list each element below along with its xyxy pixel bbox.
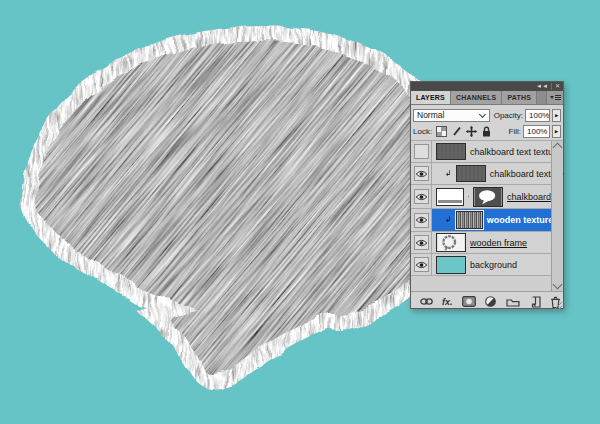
layer-row-chalkboard[interactable]: chalkboard: [411, 185, 551, 209]
visibility-toggle[interactable]: [411, 141, 432, 162]
titlebar-divider: [551, 83, 552, 90]
layer-list: chalkboard text texture ↳: [411, 141, 563, 291]
layer-row-chalkboard-text-texture[interactable]: chalkboard text texture: [411, 141, 551, 163]
panel-tabbar: LAYERS CHANNELS PATHS: [411, 91, 563, 105]
vector-mask-thumbnail[interactable]: [473, 187, 503, 207]
visibility-toggle[interactable]: [411, 232, 432, 253]
new-group-folder-button[interactable]: [506, 295, 520, 309]
lock-all-padlock-icon[interactable]: [481, 126, 492, 137]
scroll-down-icon[interactable]: [553, 280, 563, 290]
menu-triangle-icon: [550, 96, 554, 99]
layer-row-background[interactable]: background: [411, 254, 551, 276]
lock-icons: [436, 126, 492, 137]
panel-resize-grip[interactable]: [554, 302, 562, 310]
layer-list-scrollbar[interactable]: [551, 141, 563, 291]
menu-lines-icon: [555, 97, 561, 98]
opacity-label: Opacity:: [494, 111, 523, 120]
layer-name[interactable]: background: [470, 260, 517, 270]
layer-style-fx-button[interactable]: fx.: [442, 295, 453, 309]
lock-label: Lock:: [413, 127, 432, 136]
opacity-input[interactable]: 100%: [525, 109, 550, 122]
layer-thumbnail[interactable]: [456, 165, 486, 182]
fill-value: 100%: [527, 127, 547, 136]
tab-layers[interactable]: LAYERS: [411, 91, 451, 104]
layer-thumbnail[interactable]: [456, 211, 483, 229]
close-panel-icon[interactable]: ✕: [555, 82, 560, 91]
lock-position-move-icon[interactable]: [466, 126, 477, 137]
clipping-mask-arrow-icon: ↳: [445, 216, 452, 224]
link-icon: [468, 191, 469, 202]
clipping-mask-arrow-icon: ↳: [445, 170, 452, 178]
layer-name[interactable]: chalkboard text texture: [470, 147, 561, 157]
collapse-panel-icon[interactable]: ◄◄: [536, 82, 548, 91]
layer-thumbnail[interactable]: [436, 233, 466, 252]
layer-name[interactable]: wooden texture: [487, 215, 554, 225]
layer-row-wooden-frame[interactable]: wooden frame: [411, 232, 551, 254]
fill-input[interactable]: 100%: [523, 125, 550, 138]
new-adjustment-layer-button[interactable]: [485, 295, 497, 309]
opacity-value: 100%: [529, 111, 549, 120]
fill-slider-button[interactable]: ▶: [552, 125, 561, 138]
tab-paths[interactable]: PATHS: [502, 91, 537, 104]
layer-thumbnail[interactable]: [436, 256, 466, 274]
panel-titlebar[interactable]: ◄◄ ✕: [411, 82, 563, 91]
blend-mode-value: Normal: [417, 110, 480, 120]
eye-icon: [415, 261, 428, 269]
scroll-up-icon[interactable]: [553, 143, 563, 153]
layer-name[interactable]: wooden frame: [470, 238, 527, 248]
visibility-toggle[interactable]: [411, 163, 432, 184]
lock-pixels-brush-icon[interactable]: [451, 126, 462, 137]
lock-transparency-icon[interactable]: [436, 126, 447, 137]
visibility-toggle[interactable]: [411, 185, 432, 208]
eye-icon: [415, 239, 428, 247]
tab-channels[interactable]: CHANNELS: [451, 91, 503, 104]
link-layers-button[interactable]: [420, 295, 433, 309]
chevron-down-icon: [479, 110, 486, 117]
empty-eye-well: [414, 144, 429, 159]
add-layer-mask-button[interactable]: [462, 295, 476, 309]
layers-panel: ◄◄ ✕ LAYERS CHANNELS PATHS Normal Opacit…: [410, 81, 564, 309]
new-layer-button[interactable]: [529, 295, 541, 309]
layer-name[interactable]: chalkboard: [507, 192, 551, 202]
photoshop-workspace: ◄◄ ✕ LAYERS CHANNELS PATHS Normal Opacit…: [0, 0, 600, 424]
opacity-slider-button[interactable]: ▶: [552, 109, 561, 122]
blend-mode-dropdown[interactable]: Normal: [413, 109, 490, 122]
eye-icon: [415, 216, 428, 224]
panel-menu-button[interactable]: [546, 91, 563, 104]
eye-icon: [415, 170, 428, 178]
layer-thumbnail[interactable]: [436, 188, 464, 206]
visibility-toggle[interactable]: [411, 254, 432, 275]
visibility-toggle[interactable]: [411, 209, 432, 231]
layer-thumbnail[interactable]: [436, 143, 466, 160]
eye-icon: [415, 193, 428, 201]
panel-bottom-bar: fx.: [411, 291, 563, 311]
layer-row-wooden-texture[interactable]: ↳ wooden texture: [411, 209, 551, 232]
panel-controls: Normal Opacity: 100% ▶ Lock:: [411, 105, 563, 141]
layer-row-chalkboard-texture[interactable]: ↳ chalkboard texture: [411, 163, 551, 185]
fill-label: Fill:: [509, 127, 521, 136]
